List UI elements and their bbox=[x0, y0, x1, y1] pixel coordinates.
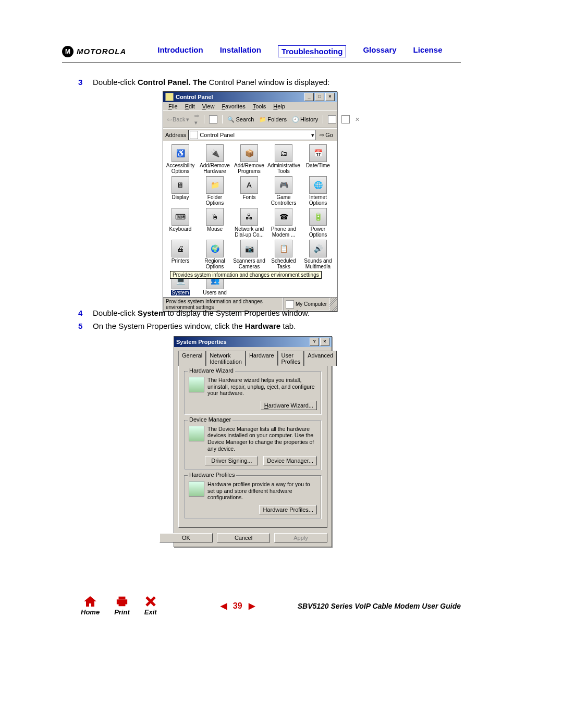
cp-item-folder-options[interactable]: 📁Folder Options bbox=[199, 176, 231, 206]
item-icon: 📅 bbox=[309, 144, 327, 162]
menu-file[interactable]: File bbox=[165, 103, 181, 110]
cp-item-internet-options[interactable]: 🌐Internet Options bbox=[302, 176, 334, 206]
cp-item-mouse[interactable]: 🖱Mouse bbox=[199, 208, 231, 238]
device-manager-button[interactable]: Device Manager... bbox=[263, 456, 317, 465]
menu-tools[interactable]: Tools bbox=[250, 103, 270, 110]
item-icon: 🌍 bbox=[206, 240, 224, 257]
window-icon bbox=[165, 93, 174, 101]
menu-help[interactable]: Help bbox=[270, 103, 288, 110]
hardware-profiles-button[interactable]: Hardware Profiles... bbox=[259, 505, 317, 514]
titlebar[interactable]: Control Panel _ □ × bbox=[163, 92, 337, 102]
apply-button[interactable]: Apply bbox=[274, 533, 327, 542]
item-icon: 📋 bbox=[275, 240, 292, 257]
dropdown-icon[interactable]: ▾ bbox=[311, 132, 314, 139]
step-3: 3 Double-click Control Panel. The Contro… bbox=[78, 77, 461, 88]
prev-page-arrow[interactable]: ◀ bbox=[221, 601, 227, 611]
cp-item-phone-and-modem[interactable]: ☎Phone and Modem ... bbox=[267, 208, 300, 238]
menu-edit[interactable]: Edit bbox=[182, 103, 198, 110]
hardware-profiles-description: Hardware profiles provide a way for you … bbox=[207, 481, 317, 501]
menu-favorites[interactable]: Favorites bbox=[218, 103, 248, 110]
print-link[interactable]: Print bbox=[114, 596, 130, 616]
motorola-batwing-icon: M bbox=[62, 46, 74, 57]
item-icon: 🖨 bbox=[172, 240, 189, 257]
cp-item-administrative-tools[interactable]: 🗂Administrative Tools bbox=[267, 144, 300, 174]
nav-troubleshooting[interactable]: Troubleshooting bbox=[278, 45, 347, 57]
tab-hardware[interactable]: Hardware bbox=[246, 351, 278, 366]
forward-button[interactable]: ⇨ ▾ bbox=[193, 112, 201, 127]
cp-item-date-time[interactable]: 📅Date/Time bbox=[302, 144, 334, 174]
item-icon: 📦 bbox=[240, 144, 258, 162]
ok-button[interactable]: OK bbox=[160, 533, 213, 542]
item-icon: 🖧 bbox=[240, 208, 258, 226]
driver-signing-button[interactable]: Driver Signing... bbox=[205, 456, 258, 465]
close-button[interactable]: × bbox=[325, 93, 335, 101]
tab-general[interactable]: General bbox=[178, 351, 206, 366]
svg-marker-0 bbox=[84, 596, 96, 607]
delete-button[interactable]: ✕ bbox=[353, 116, 361, 124]
step-5: 5 On the System Properties window, click… bbox=[78, 322, 461, 330]
step-text: On the System Properties window, click t… bbox=[93, 322, 296, 330]
step-number: 3 bbox=[78, 77, 93, 88]
cp-item-game-controllers[interactable]: 🎮Game Controllers bbox=[267, 176, 300, 206]
item-icon: 🖥 bbox=[172, 176, 189, 194]
item-icon: ⌨ bbox=[172, 208, 189, 226]
hardware-wizard-button[interactable]: Hardware Wizard... bbox=[261, 401, 317, 410]
history-button[interactable]: 🕘History bbox=[290, 116, 320, 124]
folder-icon bbox=[190, 131, 198, 139]
move-to-button[interactable] bbox=[326, 115, 338, 124]
item-icon: 🔌 bbox=[206, 144, 224, 162]
maximize-button[interactable]: □ bbox=[315, 93, 324, 101]
cp-item-keyboard[interactable]: ⌨Keyboard bbox=[164, 208, 197, 238]
item-icon: 🌐 bbox=[309, 176, 327, 194]
nav-glossary[interactable]: Glossary bbox=[363, 45, 396, 57]
help-button[interactable]: ? bbox=[310, 338, 319, 346]
page-footer: Home Print Exit ◀ 39 ▶ SBV5120 Series Vo… bbox=[81, 596, 461, 616]
back-button[interactable]: ⇦ Back ▾ bbox=[165, 116, 191, 124]
folders-button[interactable]: 📁Folders bbox=[258, 116, 288, 124]
item-icon: 🔋 bbox=[309, 208, 327, 226]
cancel-button[interactable]: Cancel bbox=[217, 533, 270, 542]
close-button[interactable]: × bbox=[320, 338, 329, 346]
minimize-button[interactable]: _ bbox=[304, 93, 314, 101]
cp-item-printers[interactable]: 🖨Printers bbox=[164, 240, 197, 269]
toolbar: ⇦ Back ▾ ⇨ ▾ 🔍Search 📁Folders 🕘History ✕ bbox=[163, 110, 337, 128]
item-icon: ♿ bbox=[172, 144, 189, 162]
nav-introduction[interactable]: Introduction bbox=[157, 45, 203, 57]
tab-advanced[interactable]: Advanced bbox=[304, 351, 337, 366]
cp-item-network-and-dial-up-co[interactable]: 🖧Network and Dial-up Co... bbox=[233, 208, 265, 238]
cp-item-scheduled-tasks[interactable]: 📋Scheduled Tasks bbox=[267, 240, 300, 269]
cp-item-sounds-and-multimedia[interactable]: 🔊Sounds and Multimedia bbox=[302, 240, 334, 269]
cp-item-accessibility-options[interactable]: ♿Accessibility Options bbox=[164, 144, 197, 174]
cp-item-add-remove-hardware[interactable]: 🔌Add/Remove Hardware bbox=[199, 144, 231, 174]
cp-item-fonts[interactable]: AFonts bbox=[233, 176, 265, 206]
search-button[interactable]: 🔍Search bbox=[226, 116, 255, 124]
exit-icon bbox=[144, 596, 157, 607]
next-page-arrow[interactable]: ▶ bbox=[249, 601, 255, 611]
item-icon: 📁 bbox=[206, 176, 224, 194]
step-4: 4 Double-click System to display the Sys… bbox=[78, 309, 461, 317]
menu-view[interactable]: View bbox=[199, 103, 218, 110]
cp-item-regional-options[interactable]: 🌍Regional Options bbox=[199, 240, 231, 269]
address-label: Address bbox=[165, 132, 186, 138]
tab-user-profiles[interactable]: User Profiles bbox=[278, 351, 304, 366]
cp-item-scanners-and-cameras[interactable]: 📷Scanners and Cameras bbox=[233, 240, 265, 269]
window-title: Control Panel bbox=[176, 94, 213, 100]
copy-to-button[interactable] bbox=[340, 115, 351, 124]
address-input[interactable]: Control Panel ▾ bbox=[188, 130, 316, 140]
cp-item-display[interactable]: 🖥Display bbox=[164, 176, 197, 206]
item-icon: ☎ bbox=[275, 208, 292, 226]
nav-license[interactable]: License bbox=[413, 45, 443, 57]
go-button[interactable]: ⇨Go bbox=[318, 132, 335, 139]
device-manager-group: Device Manager The Device Manager lists … bbox=[184, 420, 322, 470]
titlebar[interactable]: System Properties ? × bbox=[174, 337, 332, 347]
home-link[interactable]: Home bbox=[81, 596, 100, 616]
device-manager-icon bbox=[189, 426, 204, 441]
document-title: SBV5120 Series VoIP Cable Modem User Gui… bbox=[298, 602, 461, 610]
up-button[interactable] bbox=[207, 115, 219, 124]
cp-item-add-remove-programs[interactable]: 📦Add/Remove Programs bbox=[233, 144, 265, 174]
nav-installation[interactable]: Installation bbox=[220, 45, 261, 57]
menu-bar: FileEditViewFavoritesToolsHelp bbox=[163, 102, 337, 110]
cp-item-power-options[interactable]: 🔋Power Options bbox=[302, 208, 334, 238]
exit-link[interactable]: Exit bbox=[144, 596, 157, 616]
tab-network-identification[interactable]: Network Identification bbox=[206, 351, 246, 366]
